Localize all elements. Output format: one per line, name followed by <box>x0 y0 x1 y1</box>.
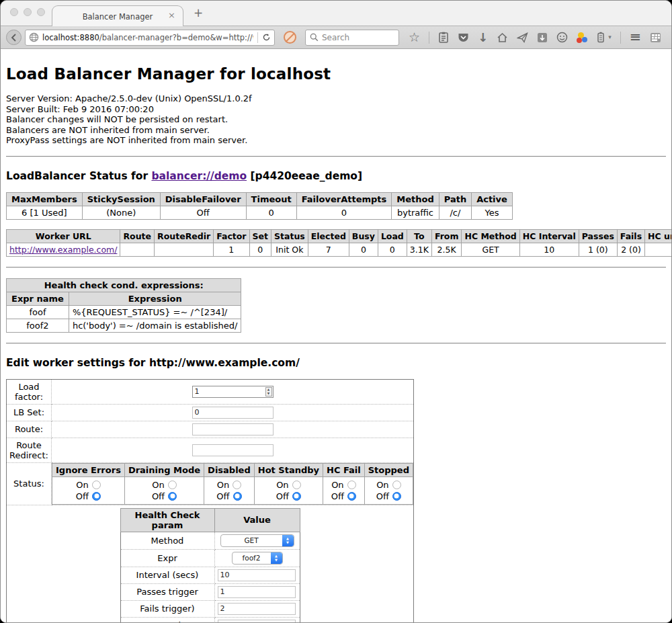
globe-icon <box>29 32 39 42</box>
close-window-button[interactable] <box>10 8 18 16</box>
form-row-route: Route: <box>7 421 414 438</box>
search-icon <box>310 33 319 42</box>
server-version-line: Server Version: Apache/2.5.0-dev (Unix) … <box>6 93 666 104</box>
hot-standby-off-radio[interactable] <box>292 492 301 501</box>
window-controls <box>10 8 45 16</box>
divider <box>6 267 666 268</box>
hc-fail-on-radio[interactable] <box>347 481 356 489</box>
col-timeout: Timeout <box>246 192 296 206</box>
page-title: Load Balancer Manager for localhost <box>6 49 666 83</box>
tab-close-icon[interactable]: × <box>168 11 175 19</box>
form-row-lb-set: LB Set: <box>7 404 414 421</box>
back-button[interactable] <box>6 30 22 45</box>
stopped-on-radio[interactable] <box>392 481 401 489</box>
colored-dots-icon[interactable] <box>577 32 588 43</box>
tab-bar: Balancer Manager × + <box>1 1 671 26</box>
hc-param-row-interval: Interval (secs) <box>120 567 300 583</box>
download-icon[interactable]: ↓ <box>478 32 488 44</box>
dropdown-caret-icon[interactable]: ▾ <box>608 34 612 40</box>
hc-param-row-fails: Fails trigger) <box>120 600 300 617</box>
col-disablefailover: DisableFailover <box>160 192 246 206</box>
browser-window: Balancer Manager × + localhost:8880/bala… <box>0 0 672 623</box>
reload-icon[interactable] <box>262 33 271 42</box>
draining-mode-off-radio[interactable] <box>168 492 177 501</box>
hc-uri-input[interactable] <box>218 620 296 623</box>
edit-worker-heading: Edit worker settings for http://www.exam… <box>6 357 666 369</box>
divider <box>6 156 666 157</box>
edit-worker-form: Load factor: ▲▼ LB Set: Route: Route Red… <box>6 379 414 623</box>
col-maxmembers: MaxMembers <box>7 192 83 206</box>
clipboard-icon[interactable] <box>438 32 449 43</box>
url-text[interactable]: localhost:8880/balancer-manager?b=demo&w… <box>42 33 253 42</box>
select-chevrons-icon: ▲▼ <box>271 552 282 564</box>
select-chevrons-icon: ▲▼ <box>282 535 294 546</box>
status-cell-disabled: On Off <box>204 476 255 504</box>
pocket-icon[interactable] <box>458 32 469 43</box>
toolbar-separator <box>620 32 621 44</box>
url-bar[interactable]: localhost:8880/balancer-manager?b=demo&w… <box>25 30 275 46</box>
disabled-on-radio[interactable] <box>233 481 241 489</box>
draining-mode-on-radio[interactable] <box>168 481 177 489</box>
balancer-status-heading: LoadBalancer Status for balancer://demo … <box>6 170 666 182</box>
route-input[interactable] <box>192 423 274 435</box>
home-icon[interactable] <box>497 32 508 43</box>
url-separator <box>257 32 258 43</box>
method-select[interactable]: GET ▲▼ <box>220 534 294 547</box>
search-bar[interactable]: Search <box>305 30 399 46</box>
page-content: Load Balancer Manager for localhost Serv… <box>1 49 671 623</box>
status-cell-draining-mode: On Off <box>124 476 204 504</box>
menu-icon[interactable]: ≡ <box>630 30 642 44</box>
zoom-window-button[interactable] <box>37 8 45 16</box>
block-icon[interactable] <box>284 31 296 44</box>
worker-row: http://www.example.com/ 1 0 Init Ok 7 0 … <box>7 243 672 256</box>
hc-params-table: Health Check param Value Method GET ▲▼ <box>120 508 300 623</box>
minimize-window-button[interactable] <box>24 8 32 16</box>
worker-status-table: Worker URL Route RouteRedir Factor Set S… <box>6 229 671 257</box>
toolbar-separator <box>429 32 429 44</box>
status-cell-hc-fail: On Off <box>323 476 365 504</box>
balancer-status-row: 6 [1 Used] (None) Off 0 0 bytraffic /c/ … <box>7 206 513 219</box>
persist-note-line: Balancer changes will NOT be persisted o… <box>6 114 666 125</box>
number-spinner-icon[interactable]: ▲▼ <box>265 387 272 397</box>
battery-icon[interactable] <box>597 32 605 43</box>
stopped-off-radio[interactable] <box>392 492 401 501</box>
server-built-line: Server Built: Feb 9 2016 07:00:20 <box>6 104 666 115</box>
server-info: Server Version: Apache/2.5.0-dev (Unix) … <box>6 93 666 146</box>
balancers-note-line: Balancers are NOT inherited from main se… <box>6 125 666 136</box>
addon-icon[interactable] <box>537 32 548 43</box>
tab-balancer-manager[interactable]: Balancer Manager × <box>52 5 183 27</box>
new-tab-button[interactable]: + <box>194 7 203 19</box>
load-factor-input[interactable] <box>192 386 274 398</box>
status-cell-stopped: On Off <box>364 476 413 504</box>
col-stickysession: StickySession <box>82 192 160 206</box>
col-method: Method <box>392 192 439 206</box>
expr-select[interactable]: foof2 ▲▼ <box>232 552 283 565</box>
col-failoverattempts: FailoverAttempts <box>296 192 392 206</box>
bookmark-star-icon[interactable]: ☆ <box>409 31 420 44</box>
ignore-errors-on-radio[interactable] <box>92 481 101 489</box>
interval-input[interactable] <box>218 569 296 581</box>
col-expr-name: Expr name <box>7 292 69 305</box>
expr-row: foof2 hc('body') =~ /domain is establish… <box>7 319 241 332</box>
smiley-icon[interactable] <box>556 32 568 43</box>
lb-set-input[interactable] <box>192 407 274 419</box>
balancer-demo-link[interactable]: balancer://demo <box>151 170 247 182</box>
route-redirect-input[interactable] <box>192 444 274 456</box>
hc-param-row-expr: Expr foof2 ▲▼ <box>120 549 300 567</box>
passes-trigger-input[interactable] <box>218 586 296 598</box>
form-row-route-redirect: Route Redirect: <box>7 438 414 462</box>
hc-param-row-method: Method GET ▲▼ <box>120 532 300 549</box>
hc-param-row-passes: Passes trigger <box>120 583 300 600</box>
hc-fail-off-radio[interactable] <box>347 492 356 501</box>
worker-url-link[interactable]: http://www.example.com/ <box>9 245 117 255</box>
status-table: Ignore Errors Draining Mode Disabled Hot… <box>52 463 413 505</box>
divider <box>6 343 666 344</box>
col-worker-url: Worker URL <box>7 229 120 243</box>
disabled-off-radio[interactable] <box>233 492 242 501</box>
send-icon[interactable] <box>517 32 528 43</box>
search-placeholder: Search <box>322 33 349 42</box>
grid-icon[interactable] <box>650 32 661 43</box>
hot-standby-on-radio[interactable] <box>292 481 301 489</box>
fails-trigger-input[interactable] <box>218 603 296 615</box>
ignore-errors-off-radio[interactable] <box>92 492 101 501</box>
